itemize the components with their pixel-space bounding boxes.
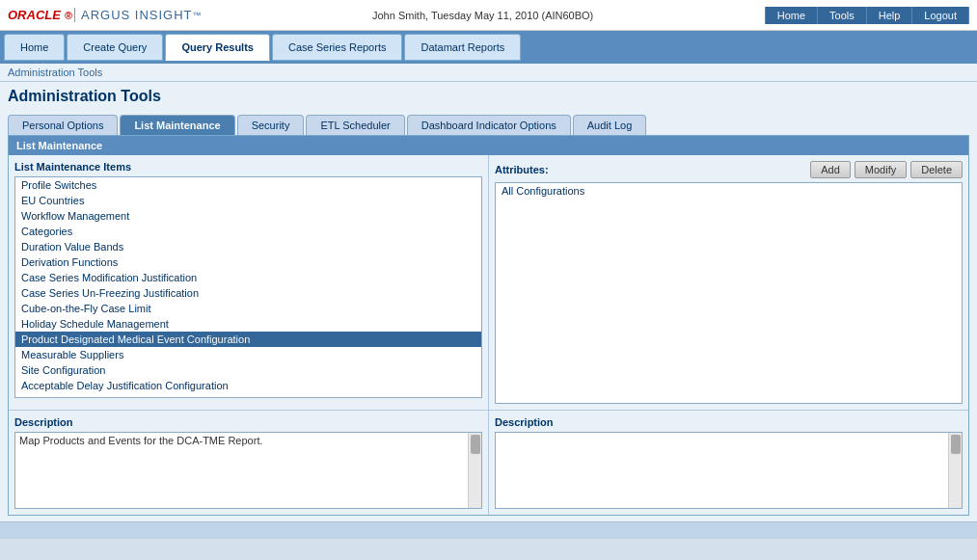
bottom-bar bbox=[0, 521, 977, 539]
tabs: Personal Options List Maintenance Securi… bbox=[8, 115, 969, 135]
attributes-box[interactable]: All Configurations bbox=[495, 182, 963, 404]
nav-home[interactable]: Home bbox=[4, 34, 65, 61]
top-nav: Home Tools Help Logout bbox=[765, 7, 969, 24]
tab-panel-header: List Maintenance bbox=[9, 136, 968, 155]
list-item[interactable]: Acceptable Delay Justification Configura… bbox=[15, 378, 481, 393]
left-panel: List Maintenance Items Profile SwitchesE… bbox=[9, 155, 489, 410]
argus-logo: ARGUS INSIGHT bbox=[74, 8, 193, 22]
nav-create-query[interactable]: Create Query bbox=[67, 34, 163, 61]
top-header: ORACLE ® ARGUS INSIGHT ™ John Smith, Tue… bbox=[0, 0, 977, 31]
desc-right: Description bbox=[488, 411, 968, 515]
nav-query-results[interactable]: Query Results bbox=[165, 34, 270, 61]
attr-item[interactable]: All Configurations bbox=[496, 183, 962, 199]
tab-panel-body: List Maintenance Items Profile SwitchesE… bbox=[9, 155, 968, 515]
desc-right-header: Description bbox=[495, 416, 963, 428]
list-item[interactable]: Cube-on-the-Fly Case Limit bbox=[15, 301, 481, 316]
delete-button[interactable]: Delete bbox=[910, 161, 963, 178]
list-item[interactable]: Product Designated Medical Event Configu… bbox=[15, 332, 481, 347]
list-item[interactable]: Measurable Suppliers bbox=[15, 347, 481, 362]
main-nav: Home Create Query Query Results Case Ser… bbox=[0, 31, 977, 64]
desc-left-header: Description bbox=[14, 416, 482, 428]
top-nav-home[interactable]: Home bbox=[765, 7, 818, 24]
list-item[interactable]: LDAP bbox=[15, 393, 481, 398]
breadcrumb: Administration Tools bbox=[0, 64, 977, 82]
tab-panel: List Maintenance List Maintenance Items … bbox=[8, 135, 969, 516]
list-item[interactable]: Site Configuration bbox=[15, 362, 481, 378]
top-nav-help[interactable]: Help bbox=[867, 7, 913, 24]
list-box[interactable]: Profile SwitchesEU CountriesWorkflow Man… bbox=[14, 176, 482, 398]
list-item[interactable]: Workflow Management bbox=[15, 208, 481, 224]
list-item[interactable]: EU Countries bbox=[15, 193, 481, 208]
page-title: Administration Tools bbox=[0, 82, 977, 109]
top-nav-tools[interactable]: Tools bbox=[818, 7, 867, 24]
desc-left-text: Map Products and Events for the DCA-TME … bbox=[19, 435, 263, 446]
list-item[interactable]: Case Series Modification Justification bbox=[15, 270, 481, 285]
main-columns: List Maintenance Items Profile SwitchesE… bbox=[9, 155, 968, 410]
oracle-logo: ORACLE bbox=[8, 8, 61, 22]
list-item[interactable]: Case Series Un-Freezing Justification bbox=[15, 285, 481, 301]
tab-security[interactable]: Security bbox=[237, 115, 305, 135]
list-item[interactable]: Duration Value Bands bbox=[15, 239, 481, 254]
tm-mark: ™ bbox=[193, 11, 202, 20]
nav-case-series-reports[interactable]: Case Series Reports bbox=[272, 34, 403, 61]
desc-left: Description Map Products and Events for … bbox=[9, 411, 488, 515]
button-row: Add Modify Delete bbox=[810, 161, 963, 178]
nav-datamart-reports[interactable]: Datamart Reports bbox=[404, 34, 521, 61]
add-button[interactable]: Add bbox=[810, 161, 851, 178]
tab-list-maintenance[interactable]: List Maintenance bbox=[120, 115, 234, 135]
logo-area: ORACLE ® ARGUS INSIGHT ™ bbox=[8, 8, 202, 22]
desc-right-box[interactable] bbox=[495, 432, 963, 509]
content-area: Personal Options List Maintenance Securi… bbox=[0, 109, 977, 521]
tab-personal-options[interactable]: Personal Options bbox=[8, 115, 118, 135]
list-maintenance-header: List Maintenance Items bbox=[14, 161, 482, 173]
modify-button[interactable]: Modify bbox=[855, 161, 907, 178]
desc-section: Description Map Products and Events for … bbox=[9, 410, 968, 515]
tab-audit-log[interactable]: Audit Log bbox=[573, 115, 646, 135]
tab-etl-scheduler[interactable]: ETL Scheduler bbox=[306, 115, 404, 135]
right-panel: Attributes: Add Modify Delete All Config… bbox=[489, 155, 968, 410]
trademark: ® bbox=[65, 10, 72, 21]
user-info: John Smith, Tuesday May 11, 2010 (AIN60B… bbox=[202, 10, 765, 21]
list-item[interactable]: Derivation Functions bbox=[15, 254, 481, 270]
tab-dashboard-indicator-options[interactable]: Dashboard Indicator Options bbox=[407, 115, 571, 135]
desc-left-box[interactable]: Map Products and Events for the DCA-TME … bbox=[14, 432, 482, 509]
list-item[interactable]: Holiday Schedule Management bbox=[15, 316, 481, 332]
list-item[interactable]: Profile Switches bbox=[15, 177, 481, 193]
top-nav-logout[interactable]: Logout bbox=[912, 7, 969, 24]
attributes-header: Attributes: bbox=[495, 164, 549, 175]
right-panel-header-row: Attributes: Add Modify Delete bbox=[495, 161, 963, 178]
list-item[interactable]: Categories bbox=[15, 224, 481, 239]
